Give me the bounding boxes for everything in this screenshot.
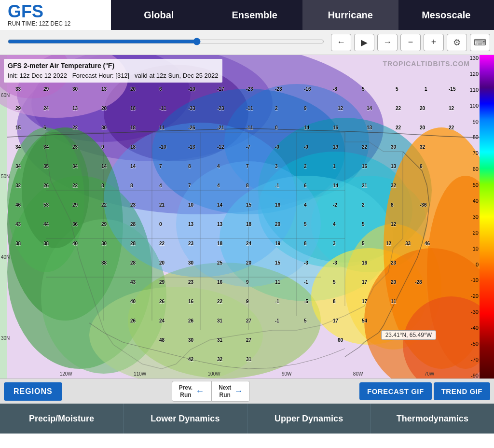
nav-items: Global Ensemble Hurricane Mesoscale: [111, 0, 494, 30]
next-run-button[interactable]: NextRun →: [211, 381, 250, 402]
map-info: GFS 2-meter Air Temperature (°F) Init: 1…: [4, 59, 222, 83]
prev-run-button[interactable]: Prev.Run ←: [172, 381, 211, 402]
settings-button[interactable]: ⚙: [447, 34, 467, 51]
keyboard-button[interactable]: ⌨: [470, 34, 490, 51]
nav-item-hurricane[interactable]: Hurricane: [302, 0, 398, 30]
nav-item-global[interactable]: Global: [111, 0, 207, 30]
nav-item-ensemble[interactable]: Ensemble: [207, 0, 303, 30]
map-area: GFS 2-meter Air Temperature (°F) Init: 1…: [0, 55, 494, 378]
color-scale-bar: [480, 55, 494, 378]
init-label: Init: 12z Dec 12 2022: [8, 72, 67, 79]
watermark: TROPICALTIDBITS.COM: [383, 60, 470, 68]
gif-buttons: FORECAST GIF TREND GIF: [359, 382, 490, 400]
bottom-nav-precip-moisture[interactable]: Precip/Moisture: [0, 404, 124, 434]
forecast-label: Forecast Hour: [312]: [72, 72, 130, 79]
play-button[interactable]: ▶: [354, 34, 374, 51]
temp-numbers-overlay: 33 29 30 13 20 6 -10 -17 -23 -23 -16 -8 …: [0, 82, 479, 369]
logo-title: GFS: [8, 3, 111, 20]
prev-run-arrow-icon: ←: [195, 386, 204, 396]
forecast-gif-button[interactable]: FORECAST GIF: [359, 382, 432, 400]
plus-button[interactable]: +: [424, 34, 444, 51]
next-run-label: NextRun: [219, 384, 231, 398]
trend-gif-button[interactable]: TREND GIF: [434, 382, 490, 400]
timeline-slider[interactable]: [8, 38, 324, 45]
bottom-nav-upper-dynamics[interactable]: Upper Dynamics: [247, 404, 371, 434]
valid-label: valid at 12z Sun, Dec 25 2022: [135, 72, 218, 79]
run-time-label: RUN TIME: 12Z DEC 12: [8, 20, 111, 27]
map-metadata: Init: 12z Dec 12 2022 Forecast Hour: [31…: [8, 71, 219, 81]
regions-button[interactable]: REGIONS: [4, 382, 62, 401]
top-navigation: GFS RUN TIME: 12Z DEC 12 Global Ensemble…: [0, 0, 494, 30]
run-navigation: Prev.Run ← NextRun →: [172, 381, 250, 402]
bottom-nav-lower-dynamics[interactable]: Lower Dynamics: [124, 404, 247, 434]
back-button[interactable]: ←: [331, 34, 351, 51]
action-bar: REGIONS Prev.Run ← NextRun → FORECAST GI…: [0, 378, 494, 404]
map-title: GFS 2-meter Air Temperature (°F): [8, 61, 219, 71]
forward-button[interactable]: →: [377, 34, 398, 51]
controls-bar: ← ▶ → − + ⚙ ⌨: [0, 30, 494, 55]
timeline-slider-container: [8, 38, 324, 47]
bottom-nav-thermodynamics[interactable]: Thermodynamics: [371, 404, 494, 434]
prev-run-label: Prev.Run: [179, 384, 192, 398]
nav-item-mesoscale[interactable]: Mesoscale: [398, 0, 494, 30]
next-run-arrow-icon: →: [234, 386, 243, 396]
bottom-navigation: Precip/Moisture Lower Dynamics Upper Dyn…: [0, 404, 494, 434]
logo-area: GFS RUN TIME: 12Z DEC 12: [0, 0, 111, 30]
minus-button[interactable]: −: [400, 34, 421, 51]
longitude-labels: 120W 110W 100W 90W 80W 70W: [29, 371, 465, 377]
